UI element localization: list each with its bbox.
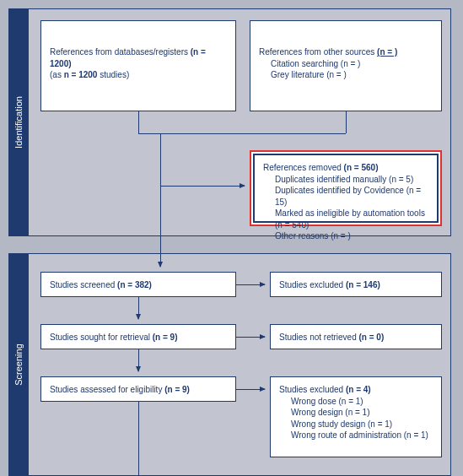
screened-pre: Studies screened [50,280,117,289]
box-other-sources: References from other sources (n = ) Cit… [250,20,442,111]
box-screened: Studies screened (n = 382) [40,272,236,297]
removed-title-pre: References removed [263,163,344,172]
notret-n: (n = 0) [359,333,385,342]
notret-pre: Studies not retrieved [279,333,359,342]
databases-line2-n: n = 1200 [64,70,98,79]
removed-dup-cov: Duplicates identified by Covidence (n = … [263,185,428,208]
excluded1-pre: Studies excluded [279,280,346,289]
box-excluded-eligibility: Studies excluded (n = 4) Wrong dose (n =… [270,376,442,457]
databases-line2-post: studies) [97,70,129,79]
box-references-removed: References removed (n = 560) Duplicates … [250,150,442,226]
screening-sideband: Screening [8,253,29,476]
notret-line: Studies not retrieved (n = 0) [279,332,433,343]
connector [346,111,347,133]
arrow-to-removed [160,186,245,187]
assessed-n: (n = 9) [164,385,190,394]
other-citation: Citation searching (n = ) [259,58,433,70]
arrow-screened-excluded [236,284,265,285]
arrow-to-screened [160,186,161,267]
arrow-assessed-down [138,402,139,476]
screened-line: Studies screened (n = 382) [50,279,227,291]
arrow-assessed-excluded [236,389,265,390]
sought-line: Studies sought for retrieval (n = 9) [50,332,227,343]
arrow-sought-assessed [138,349,139,371]
databases-line2: (as n = 1200 studies) [50,69,227,81]
databases-line2-pre: (as [50,70,64,79]
databases-line1: References from databases/registers (n =… [50,46,227,69]
other-title-n: (n = ) [377,47,397,57]
box-excluded-screened: Studies excluded (n = 146) [270,272,442,297]
box-databases: References from databases/registers (n =… [40,20,236,111]
connector [160,133,161,186]
identification-sideband: Identification [8,8,29,236]
screening-label: Screening [13,343,24,386]
box-not-retrieved: Studies not retrieved (n = 0) [270,324,442,349]
excluded2-pre: Studies excluded [279,385,346,394]
sought-n: (n = 9) [153,333,178,342]
assessed-line: Studies assessed for eligibility (n = 9) [50,384,227,396]
arrow-screened-sought [138,297,139,319]
identification-label: Identification [13,96,24,149]
removed-other: Other reasons (n = ) [263,230,428,242]
prisma-flow-diagram: Identification References from databases… [0,0,463,476]
box-assessed: Studies assessed for eligibility (n = 9) [40,376,236,402]
removed-dup-manual: Duplicates identified manually (n = 5) [263,174,428,186]
connector [138,133,346,134]
assessed-pre: Studies assessed for eligibility [50,385,164,394]
excluded2-r1: Wrong dose (n = 1) [279,396,433,408]
databases-line1-pre: References from databases/registers [50,47,191,57]
excluded2-r3: Wrong study design (n = 1) [279,419,433,430]
excluded1-line: Studies excluded (n = 146) [279,279,433,291]
excluded2-r2: Wrong design (n = 1) [279,407,433,419]
excluded2-title: Studies excluded (n = 4) [279,384,433,396]
removed-ineligible: Marked as ineligible by automation tools… [263,208,428,230]
sought-pre: Studies sought for retrieval [50,333,153,342]
screened-n: (n = 382) [117,280,152,289]
connector [138,111,139,133]
other-title-pre: References from other sources [259,47,377,57]
other-grey: Grey literature (n = ) [259,69,433,81]
excluded2-n: (n = 4) [346,385,371,394]
removed-title: References removed (n = 560) [263,162,428,174]
box-sought: Studies sought for retrieval (n = 9) [40,324,236,349]
removed-title-n: (n = 560) [344,163,379,172]
excluded2-r4: Wrong route of administration (n = 1) [279,430,433,441]
arrow-sought-notret [236,337,265,338]
excluded1-n: (n = 146) [346,280,380,289]
other-title: References from other sources (n = ) [259,46,433,58]
